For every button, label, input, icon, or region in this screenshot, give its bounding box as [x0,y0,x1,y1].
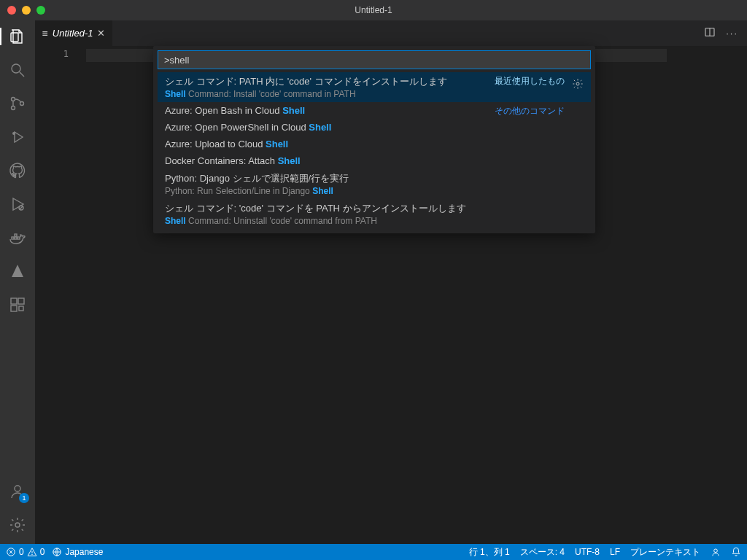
palette-item-subtitle: Shell Command: Uninstall 'code' command … [165,216,584,226]
svg-rect-15 [18,298,24,304]
editor-tab[interactable]: ≡ Untitled-1 ✕ [35,20,113,46]
palette-item-title: Python: Django シェルで選択範囲/行を実行 [165,172,584,185]
svg-point-3 [12,98,15,101]
window-controls [0,6,45,15]
palette-item[interactable]: Python: Django シェルで選択範囲/行を実行 Python: Run… [158,169,591,199]
palette-item[interactable]: シェル コマンド: 'code' コマンドを PATH からアンインストールしま… [158,199,591,229]
svg-rect-13 [15,234,17,236]
extensions-icon[interactable] [9,296,26,314]
palette-group-label-recent: 最近使用したもの [495,75,565,88]
zoom-window-button[interactable] [36,6,45,15]
split-editor-icon[interactable] [704,26,716,40]
titlebar: Untitled-1 [0,0,747,20]
svg-point-22 [576,82,579,85]
svg-point-5 [20,102,24,106]
file-icon: ≡ [42,28,48,39]
tab-label: Untitled-1 [53,28,93,39]
svg-rect-16 [11,306,17,311]
command-palette-list: 最近使用したもの シェル コマンド: PATH 内に 'code' コマンドをイ… [158,72,591,229]
accounts-badge: 1 [19,493,29,503]
palette-item[interactable]: Azure: Open PowerShell in Cloud Shell [158,119,591,136]
command-palette-input[interactable] [158,50,591,69]
docker-icon[interactable] [9,229,26,246]
explorer-icon[interactable] [9,28,26,45]
window-title: Untitled-1 [355,5,392,15]
svg-point-19 [15,523,20,527]
palette-item-subtitle: Python: Run Selection/Line in Django She… [165,186,584,196]
svg-point-18 [15,486,20,491]
line-number: 1 [35,49,69,59]
debug-start-icon[interactable] [9,195,26,213]
svg-rect-12 [18,237,20,239]
svg-point-4 [12,106,15,110]
svg-point-1 [12,64,20,73]
status-indentation[interactable]: スペース: 4 [520,546,565,559]
svg-point-27 [31,554,32,555]
palette-item-subtitle: Shell Command: Install 'code' command in… [165,89,584,99]
status-problems[interactable]: 0 0 [6,547,44,557]
svg-rect-0 [11,33,18,42]
status-eol[interactable]: LF [610,547,620,557]
line-number-gutter: 1 [35,46,86,59]
svg-rect-10 [12,237,14,239]
source-control-icon[interactable] [9,95,26,112]
svg-line-2 [20,72,24,77]
close-tab-icon[interactable]: ✕ [97,28,105,39]
settings-gear-icon[interactable] [9,516,26,534]
accounts-icon[interactable]: 1 [9,483,26,500]
minimize-window-button[interactable] [22,6,31,15]
palette-item-title: Azure: Upload to Cloud Shell [165,139,584,149]
svg-rect-17 [19,306,23,311]
palette-item-title: Docker Containers: Attach Shell [165,155,584,166]
palette-item[interactable]: 最近使用したもの シェル コマンド: PATH 内に 'code' コマンドをイ… [158,72,591,102]
status-language-mode[interactable]: プレーンテキスト [630,546,700,559]
run-debug-icon[interactable] [9,128,26,146]
status-warnings-count: 0 [40,547,45,557]
svg-point-29 [714,549,718,553]
palette-item[interactable]: Azure: Upload to Cloud Shell [158,136,591,152]
activity-bar: 1 [0,20,35,544]
svg-marker-6 [15,132,23,142]
status-language-pack[interactable]: Japanese [52,547,103,557]
status-cursor-position[interactable]: 行 1、列 1 [469,546,510,559]
more-actions-icon[interactable]: ··· [726,28,738,39]
status-notifications-icon[interactable] [731,547,741,557]
status-errors-count: 0 [19,547,24,557]
palette-item[interactable]: その他のコマンド Azure: Open Bash in Cloud Shell [158,102,591,119]
svg-marker-8 [13,198,23,210]
palette-item-title: シェル コマンド: 'code' コマンドを PATH からアンインストールしま… [165,202,584,215]
tab-bar: ≡ Untitled-1 ✕ ··· [35,20,747,46]
status-language-pack-label: Japanese [65,547,103,557]
github-icon[interactable] [9,162,26,179]
search-icon[interactable] [9,61,26,79]
editor-actions: ··· [704,20,747,46]
status-bar: 0 0 Japanese 行 1、列 1 スペース: 4 UTF-8 LF プレ… [0,544,747,560]
command-palette: 最近使用したもの シェル コマンド: PATH 内に 'code' コマンドをイ… [153,46,595,233]
configure-keybinding-icon[interactable] [572,78,584,92]
palette-group-label-other: その他のコマンド [495,105,565,117]
status-encoding[interactable]: UTF-8 [575,547,600,557]
svg-rect-14 [11,298,17,304]
status-feedback-icon[interactable] [711,547,721,557]
azure-icon[interactable] [9,262,26,280]
svg-point-7 [12,132,15,135]
close-window-button[interactable] [7,6,16,15]
palette-item[interactable]: Docker Containers: Attach Shell [158,152,591,169]
svg-rect-11 [15,237,17,239]
palette-item-title: Azure: Open PowerShell in Cloud Shell [165,122,584,133]
